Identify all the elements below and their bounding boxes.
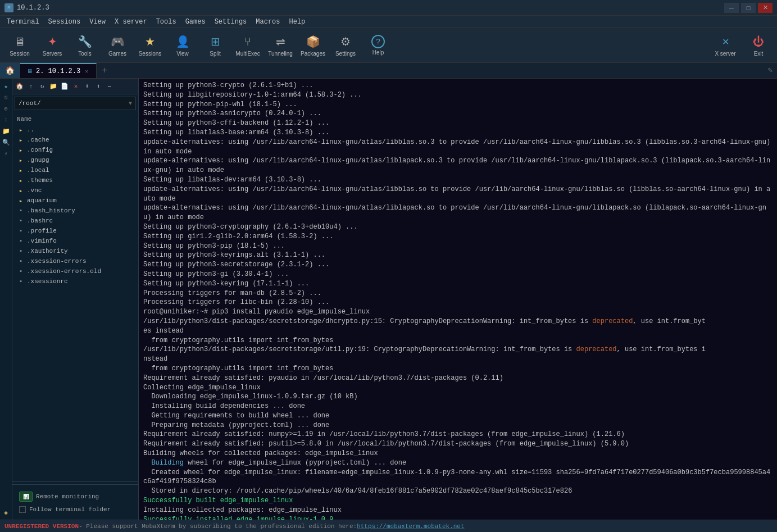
tools-button[interactable]: 🔧 Tools <box>70 31 100 60</box>
tree-item-cache[interactable]: ▸ .cache <box>12 135 138 145</box>
sftp-icon-btn[interactable]: ↕ <box>1 115 11 125</box>
titlebar: M 10.1.2.3 ─ □ ✕ <box>0 0 777 16</box>
multiexec-button[interactable]: ⑂ MultiExec <box>233 31 263 60</box>
monitor-icon: 📊 <box>19 492 33 502</box>
tree-item-xauthority[interactable]: ▪ .Xauthority <box>12 246 138 256</box>
sidebar-more-btn[interactable]: ⋯ <box>104 81 115 92</box>
tunneling-button[interactable]: ⇌ Tunneling <box>265 31 296 60</box>
sidebar-toolbar: 🏠 ↑ ↻ 📁 📄 ✕ ⬇ ⬆ ⋯ <box>12 79 138 94</box>
tab-search-icon[interactable]: ✎ <box>768 65 773 75</box>
xserver-button[interactable]: ✕ X server <box>708 31 742 60</box>
games-button[interactable]: 🎮 Games <box>102 31 133 60</box>
sidebar-newfolder-btn[interactable]: 📁 <box>48 81 58 92</box>
tree-item-xsession-errors-old[interactable]: ▪ .xsession-errors.old <box>12 266 138 276</box>
ssh-icon-btn[interactable]: ⊕ <box>1 103 11 113</box>
tree-item-dotdot[interactable]: ▸ .. <box>12 125 138 135</box>
item-label: .themes <box>27 177 53 184</box>
file-icon: ▪ <box>17 217 25 224</box>
follow-folder-checkbox[interactable] <box>19 506 26 513</box>
view-icon: 👤 <box>175 34 190 49</box>
star-icon-btn[interactable]: ★ <box>1 81 11 91</box>
terminal-line: Successfully installed edge_impulse_linu… <box>143 515 773 520</box>
remote-monitoring-label: Remote monitoring <box>36 493 99 500</box>
menu-tools[interactable]: Tools <box>152 17 181 27</box>
path-arrow-icon: ▼ <box>129 101 132 107</box>
tree-item-themes[interactable]: ▸ .themes <box>12 175 138 185</box>
tree-item-profile[interactable]: ▪ .profile <box>12 226 138 236</box>
terminal-line: Setting up gir1.2-glib-2.0:arm64 (1.58.3… <box>143 232 773 242</box>
split-button[interactable]: ⊞ Split <box>200 31 230 60</box>
sidebar-home-btn[interactable]: 🏠 <box>15 81 25 92</box>
menu-terminal[interactable]: Terminal <box>2 17 44 27</box>
settings-button[interactable]: ⚙ Settings <box>330 31 361 60</box>
item-label: aquarium <box>27 197 57 204</box>
sidebar-path[interactable]: /root/ ▼ <box>15 97 136 110</box>
remote-monitoring-button[interactable]: 📊 Remote monitoring <box>17 489 134 504</box>
terminal-line: Preparing metadata (pyproject.toml) ... … <box>143 421 773 430</box>
terminal-line: update-alternatives: using /usr/lib/aarc… <box>143 203 773 222</box>
servers-button[interactable]: ✦ Servers <box>37 31 67 60</box>
tree-item-bashrc[interactable]: ▪ .bashrc <box>12 216 138 226</box>
terminal-line: Setting up python3-secretstorage (2.3.1-… <box>143 260 773 270</box>
xserver-icon: ✕ <box>717 34 733 49</box>
sessions-button[interactable]: ★ Sessions <box>135 31 165 60</box>
menu-xserver[interactable]: X server <box>110 17 152 27</box>
tree-item-bash-history[interactable]: ▪ .bash_history <box>12 206 138 216</box>
tab-session-1[interactable]: 🖥 2. 10.1.2.3 ✕ <box>20 63 97 78</box>
menu-help[interactable]: Help <box>285 17 310 27</box>
sidebar-newfile-btn[interactable]: 📄 <box>60 81 70 92</box>
menu-games[interactable]: Games <box>181 17 210 27</box>
menu-sessions[interactable]: Sessions <box>44 17 85 27</box>
follow-folder-option[interactable]: Follow terminal folder <box>17 504 134 515</box>
exit-button[interactable]: ⏻ Exit <box>744 31 773 60</box>
mobatek-link[interactable]: https://mobaxterm.mobatek.net <box>357 523 464 530</box>
file-icon: ▪ <box>17 228 25 234</box>
tree-item-gnupg[interactable]: ▸ .gnupg <box>12 155 138 165</box>
folder-icon: ▸ <box>17 137 25 144</box>
plug-icon-btn[interactable]: ⎋ <box>1 92 11 102</box>
tree-item-vnc[interactable]: ▸ .vnc <box>12 185 138 195</box>
file-icon: ▪ <box>17 268 25 275</box>
terminal-line: nstead <box>143 354 773 364</box>
terminal-line: /usr/lib/python3/dist-packages/secretsto… <box>143 345 773 354</box>
terminal-line: Downloading edge_impulse_linux-1.0.9.tar… <box>143 392 773 402</box>
add-tab-button[interactable]: + <box>97 63 112 78</box>
exit-icon: ⏻ <box>751 34 766 49</box>
sidebar-download-btn[interactable]: ⬇ <box>82 81 92 92</box>
terminal-line: Requirement already satisfied: numpy>=1.… <box>143 430 773 439</box>
tree-item-viminfo[interactable]: ▪ .viminfo <box>12 236 138 246</box>
file-icon-btn[interactable]: 📁 <box>1 126 11 136</box>
terminal-line: Installing build dependencies ... done <box>143 402 773 411</box>
tree-item-xsessionrc[interactable]: ▪ .xsessionrc <box>12 276 138 287</box>
item-label: .bash_history <box>27 207 75 214</box>
terminal-line: update-alternatives: using /usr/lib/aarc… <box>143 156 773 175</box>
maximize-button[interactable]: □ <box>741 3 756 13</box>
menu-view[interactable]: View <box>85 17 110 27</box>
window-controls: ─ □ ✕ <box>724 3 773 13</box>
packages-button[interactable]: 📦 Packages <box>298 31 328 60</box>
sidebar-refresh-btn[interactable]: ↻ <box>37 81 47 92</box>
search-icon-btn[interactable]: 🔍 <box>1 137 11 147</box>
terminal-line: Installing collected packages: edge_impu… <box>143 506 773 515</box>
tree-item-local[interactable]: ▸ .local <box>12 165 138 175</box>
send-icon-btn[interactable]: ◈ <box>1 507 11 517</box>
minimize-button[interactable]: ─ <box>724 3 739 13</box>
tree-item-aquarium[interactable]: ▸ aquarium <box>12 195 138 206</box>
servers-icon: ✦ <box>44 34 60 49</box>
help-button[interactable]: ? Help <box>363 31 393 60</box>
tree-item-config[interactable]: ▸ .config <box>12 145 138 155</box>
close-button[interactable]: ✕ <box>758 3 773 13</box>
sidebar-delete-btn[interactable]: ✕ <box>71 81 81 92</box>
sidebar-upload-btn[interactable]: ⬆ <box>93 81 103 92</box>
menu-settings[interactable]: Settings <box>210 17 252 27</box>
menu-macros[interactable]: Macros <box>251 17 284 27</box>
file-icon: ▪ <box>17 248 25 254</box>
tree-item-xsession-errors[interactable]: ▪ .xsession-errors <box>12 256 138 266</box>
home-tab[interactable]: 🏠 <box>0 63 20 78</box>
macro-icon-btn[interactable]: ⚡ <box>1 148 11 158</box>
session-button[interactable]: 🖥 Session <box>4 31 35 60</box>
view-button[interactable]: 👤 View <box>167 31 198 60</box>
sidebar-up-btn[interactable]: ↑ <box>26 81 36 92</box>
tab-close-button[interactable]: ✕ <box>84 68 89 75</box>
terminal-area[interactable]: Setting up python3-crypto (2.6.1-9+b1) .… <box>139 79 777 520</box>
